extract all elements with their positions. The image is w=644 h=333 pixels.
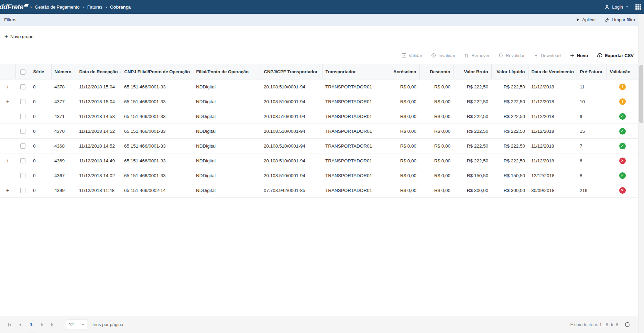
last-page-button[interactable] — [47, 316, 58, 333]
column-label: Filial/Ponto de Operação — [196, 69, 249, 74]
cell-valor_bruto: R$ 222,50 — [454, 94, 491, 109]
exportar-csv-button[interactable]: Exportar CSV — [597, 53, 634, 58]
breadcrumb-item[interactable]: Faturas — [87, 4, 102, 10]
column-header-vencimento[interactable]: Data de Vencimento — [528, 64, 577, 79]
page-size-label: itens por página — [91, 322, 123, 327]
row-checkbox[interactable] — [20, 173, 25, 178]
cell-select — [15, 153, 30, 168]
apps-icon[interactable] — [635, 4, 641, 10]
tool-label: Invalidar — [438, 53, 455, 58]
validation-error-icon: × — [619, 158, 626, 164]
validar-button[interactable]: Validar — [402, 53, 423, 58]
cell-transportador: TRANSPORTADOR01 — [322, 183, 386, 198]
cell-pre_fatura: 10 — [577, 94, 607, 109]
invalidar-button[interactable]: Invalidar — [431, 53, 455, 58]
cell-transportador: TRANSPORTADOR01 — [322, 168, 386, 183]
select-all-checkbox[interactable] — [20, 69, 25, 75]
breadcrumb-item[interactable]: Cobrança — [110, 4, 131, 10]
invoice-row[interactable]: 0437011/12/2018 14:5265.151.466/0001-33N… — [0, 124, 638, 139]
first-page-button[interactable] — [5, 316, 15, 333]
cell-transportador: TRANSPORTADOR01 — [322, 94, 386, 109]
cell-serie: 0 — [30, 183, 51, 198]
filters-title: Filtros — [4, 17, 16, 22]
column-header-validacao[interactable]: Validação — [607, 64, 638, 79]
column-label: CNPJ/CPF Transportador — [264, 69, 318, 74]
cell-cnpj_filial: 65.151.466/0001-33 — [121, 79, 193, 94]
column-header-valor_bruto[interactable]: Valor Bruto — [454, 64, 491, 79]
row-checkbox[interactable] — [20, 129, 25, 134]
novo-button[interactable]: Novo — [570, 53, 588, 58]
vertical-scrollbar[interactable] — [638, 14, 644, 333]
row-checkbox[interactable] — [20, 84, 25, 89]
download-button[interactable]: Download — [534, 53, 561, 58]
cell-validacao: ! — [607, 79, 638, 94]
cell-numero: 4370 — [51, 124, 76, 139]
cell-acrescimo: R$ 0,00 — [386, 183, 419, 198]
cell-valor_bruto: R$ 150,50 — [454, 168, 491, 183]
apply-filter-label: Aplicar — [582, 17, 596, 22]
invoice-row[interactable]: +0437711/12/2018 15:0465.151.466/0001-33… — [0, 94, 638, 109]
apply-filter-button[interactable]: Aplicar — [576, 17, 596, 22]
ban-icon — [431, 53, 436, 58]
row-checkbox[interactable] — [20, 188, 25, 193]
row-checkbox[interactable] — [20, 143, 25, 149]
row-checkbox[interactable] — [20, 99, 25, 104]
expand-row-button[interactable]: + — [6, 187, 10, 193]
row-checkbox[interactable] — [20, 158, 25, 163]
column-header-transportador[interactable]: Transportador — [322, 64, 386, 79]
column-header-desconto[interactable]: Desconto — [419, 64, 454, 79]
invoice-row[interactable]: 0436711/12/2018 14:0265.151.466/0001-33N… — [0, 168, 638, 183]
cell-desconto: R$ 0,00 — [419, 79, 454, 94]
column-header-recepcao[interactable]: Data de Recepção ↓ — [76, 64, 121, 79]
current-page-button[interactable]: 1 — [26, 316, 36, 333]
logo-text: ddFrete — [0, 3, 23, 11]
scrollbar-thumb[interactable] — [639, 65, 643, 123]
column-header-acrescimo[interactable]: Acréscimo — [386, 64, 419, 79]
login-menu[interactable]: Login — [604, 4, 629, 10]
expand-row-button[interactable]: + — [6, 84, 10, 90]
column-header-cnpj_transportador[interactable]: CNPJ/CPF Transportador — [261, 64, 322, 79]
prev-page-button[interactable] — [15, 316, 25, 333]
next-page-button[interactable] — [37, 316, 47, 333]
page-size-select[interactable]: 12 — [66, 320, 87, 330]
refresh-icon[interactable] — [624, 322, 630, 327]
cell-valor_liquido: R$ 222,50 — [491, 153, 528, 168]
column-header-filial[interactable]: Filial/Ponto de Operação — [193, 64, 261, 79]
play-icon — [576, 18, 580, 22]
revalidar-button[interactable]: Revalidar — [499, 53, 525, 58]
cell-filial: NDDigital — [193, 183, 261, 198]
column-header-serie[interactable]: Série — [30, 64, 51, 79]
invoice-row[interactable]: 0437111/12/2018 14:5365.151.466/0001-33N… — [0, 109, 638, 124]
row-checkbox[interactable] — [20, 114, 25, 119]
invoices-table: SérieNúmeroData de Recepção ↓CNPJ Filial… — [0, 64, 638, 198]
refresh-icon — [499, 53, 503, 58]
expand-row-button[interactable]: + — [6, 99, 10, 105]
cell-desconto: R$ 0,00 — [419, 153, 454, 168]
invoice-row[interactable]: +0436911/12/2018 14:4965.151.466/0001-33… — [0, 153, 638, 168]
column-header-valor_liquido[interactable]: Valor Líquido — [491, 64, 528, 79]
invoice-row[interactable]: +0439911/12/2018 11:4865.151.466/0002-14… — [0, 183, 638, 198]
remover-button[interactable]: Remover — [464, 53, 490, 58]
tool-label: Download — [541, 53, 561, 58]
invoice-row[interactable]: +0437811/12/2018 15:0465.151.466/0001-33… — [0, 79, 638, 94]
validation-success-icon: ✓ — [619, 143, 626, 149]
column-header-pre_fatura[interactable]: Pré-Fatura — [577, 64, 607, 79]
cell-valor_bruto: R$ 222,50 — [454, 153, 491, 168]
cell-desconto: R$ 0,00 — [419, 124, 454, 139]
cell-serie: 0 — [30, 168, 51, 183]
cell-select — [15, 183, 30, 198]
sort-desc-icon: ↓ — [119, 69, 121, 74]
clear-filter-button[interactable]: Limpar filtro — [605, 17, 635, 22]
breadcrumb-item[interactable]: Gestão de Pagamento — [35, 4, 79, 10]
cell-desconto: R$ 0,00 — [419, 183, 454, 198]
column-header-cnpj_filial[interactable]: CNPJ Filial/Ponto de Operação — [121, 64, 193, 79]
new-group-button[interactable]: + Novo grupo — [4, 34, 33, 40]
cell-validacao: ✓ — [607, 124, 638, 139]
expand-row-button[interactable]: + — [6, 158, 10, 164]
cell-valor_liquido: R$ 222,50 — [491, 109, 528, 124]
eraser-icon — [605, 18, 610, 22]
column-header-numero[interactable]: Número — [51, 64, 76, 79]
column-label: Validação — [610, 69, 631, 74]
invoice-row[interactable]: 0436811/12/2018 14:5265.151.466/0001-33N… — [0, 139, 638, 153]
cell-numero: 4369 — [51, 153, 76, 168]
